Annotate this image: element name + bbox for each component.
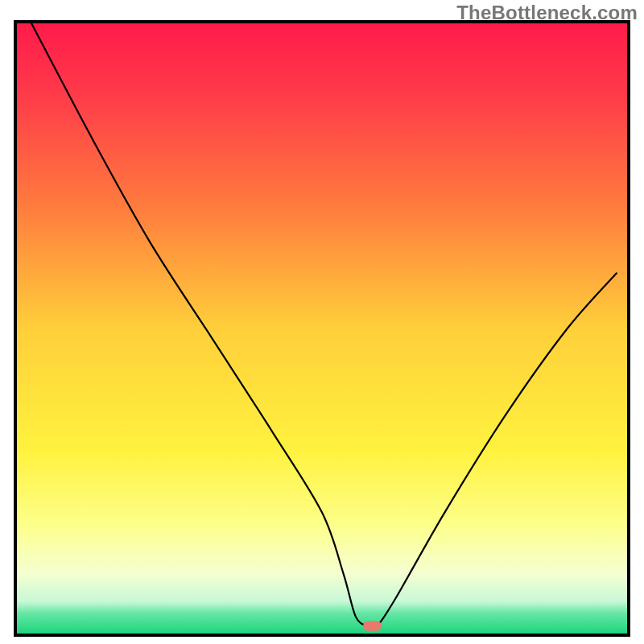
bottleneck-chart <box>0 0 644 644</box>
gradient-background <box>15 22 629 635</box>
min-marker <box>363 621 382 630</box>
watermark-text: TheBottleneck.com <box>456 2 638 24</box>
chart-container: TheBottleneck.com <box>0 0 644 644</box>
